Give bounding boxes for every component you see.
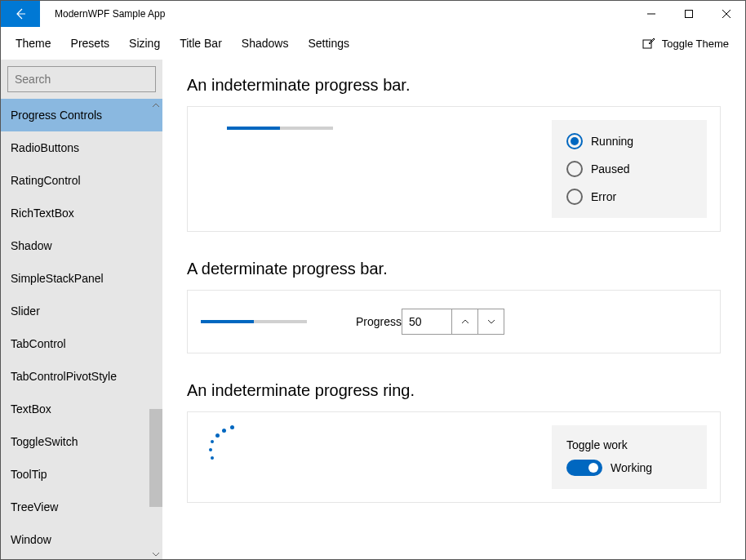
section2-title: A determinate progress bar. bbox=[187, 260, 721, 278]
toggle-work-label: Toggle work bbox=[566, 438, 692, 451]
section1-title: An indeterminate progress bar. bbox=[187, 76, 721, 95]
sidebar-item-tabcontrol[interactable]: TabControl bbox=[1, 327, 162, 360]
sidebar-item-toggleswitch[interactable]: ToggleSwitch bbox=[1, 425, 162, 458]
sidebar-item-richtextbox[interactable]: RichTextBox bbox=[1, 197, 162, 229]
sidebar-item-textbox[interactable]: TextBox bbox=[1, 393, 162, 425]
close-button[interactable] bbox=[708, 1, 745, 27]
section3-title: An indeterminate progress ring. bbox=[187, 381, 721, 400]
sidebar-item-tooltip[interactable]: ToolTip bbox=[1, 458, 162, 491]
radio-running[interactable]: Running bbox=[566, 133, 692, 149]
progress-label: Progress bbox=[356, 315, 402, 328]
menu-theme[interactable]: Theme bbox=[6, 29, 61, 58]
toggle-work-state: Working bbox=[611, 461, 652, 474]
sidebar-item-radiobuttons[interactable]: RadioButtons bbox=[1, 131, 162, 164]
radio-paused-label: Paused bbox=[591, 162, 629, 176]
menu-settings[interactable]: Settings bbox=[298, 29, 359, 58]
sidebar: Progress Controls RadioButtons RatingCon… bbox=[1, 60, 162, 560]
number-up-button[interactable] bbox=[451, 309, 477, 334]
scroll-down-button[interactable] bbox=[149, 548, 162, 560]
svg-rect-1 bbox=[686, 11, 693, 18]
sidebar-item-treeview[interactable]: TreeView bbox=[1, 491, 162, 523]
number-down-button[interactable] bbox=[477, 309, 504, 334]
search-box[interactable] bbox=[7, 66, 156, 92]
radio-running-label: Running bbox=[591, 135, 633, 148]
main-content: An indeterminate progress bar. Running P… bbox=[162, 60, 745, 560]
edit-icon bbox=[642, 37, 655, 50]
progress-value-input[interactable] bbox=[402, 309, 451, 334]
indeterminate-progress-ring bbox=[207, 425, 240, 458]
sidebar-item-slider[interactable]: Slider bbox=[1, 295, 162, 327]
minimize-button[interactable] bbox=[633, 1, 670, 27]
back-button[interactable] bbox=[1, 1, 40, 27]
progress-number-box[interactable] bbox=[402, 309, 504, 335]
sidebar-item-shadow[interactable]: Shadow bbox=[1, 229, 162, 262]
radio-error[interactable]: Error bbox=[566, 189, 692, 205]
indeterminate-progress-bar bbox=[227, 127, 333, 130]
window-title: ModernWPF Sample App bbox=[55, 8, 633, 20]
radio-circle-icon bbox=[566, 161, 583, 177]
sidebar-item-progress-controls[interactable]: Progress Controls bbox=[1, 99, 162, 131]
radio-error-label: Error bbox=[591, 190, 616, 203]
radio-circle-icon bbox=[566, 133, 583, 149]
sidebar-item-simplestackpanel[interactable]: SimpleStackPanel bbox=[1, 262, 162, 295]
radio-paused[interactable]: Paused bbox=[566, 161, 692, 177]
maximize-button[interactable] bbox=[670, 1, 708, 27]
search-input[interactable] bbox=[15, 73, 158, 86]
sidebar-item-ratingcontrol[interactable]: RatingControl bbox=[1, 164, 162, 197]
menu-titlebar[interactable]: Title Bar bbox=[170, 29, 232, 58]
toggle-theme-button[interactable]: Toggle Theme bbox=[631, 37, 740, 50]
menu-sizing[interactable]: Sizing bbox=[119, 29, 170, 58]
menu-presets[interactable]: Presets bbox=[61, 29, 119, 58]
toggle-theme-label: Toggle Theme bbox=[662, 38, 729, 50]
scroll-up-button[interactable] bbox=[149, 99, 162, 112]
scrollbar-thumb[interactable] bbox=[149, 409, 162, 507]
toggle-work-switch[interactable] bbox=[566, 460, 602, 476]
menu-shadows[interactable]: Shadows bbox=[232, 29, 299, 58]
radio-circle-icon bbox=[566, 189, 583, 205]
sidebar-item-window[interactable]: Window bbox=[1, 523, 162, 556]
determinate-progress-bar bbox=[201, 320, 307, 323]
sidebar-item-tabcontrolpivotstyle[interactable]: TabControlPivotStyle bbox=[1, 360, 162, 393]
